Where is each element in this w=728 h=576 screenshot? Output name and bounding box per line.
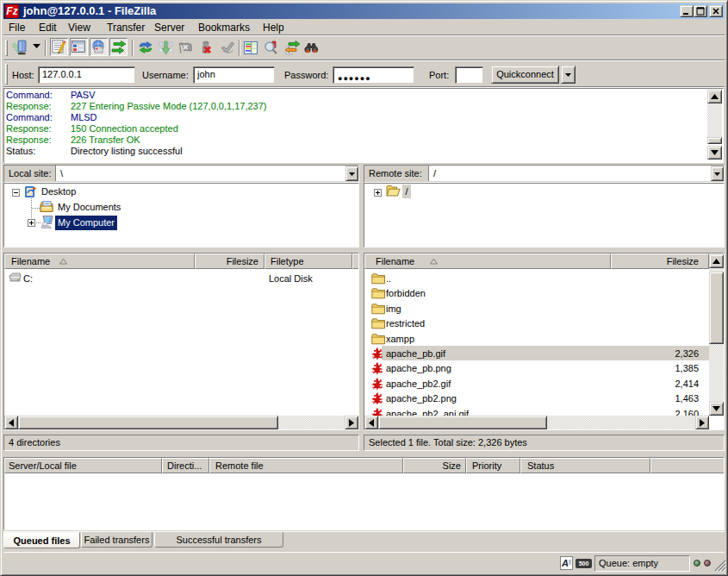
svg-text:A: A [561, 558, 569, 568]
